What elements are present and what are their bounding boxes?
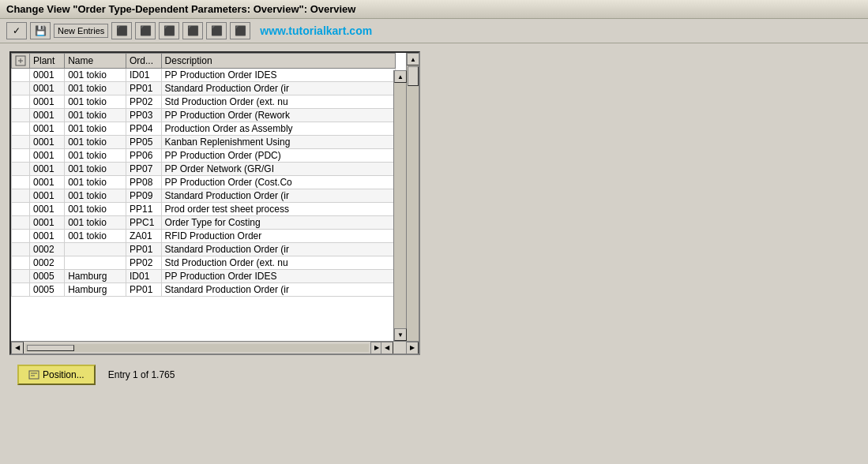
paste-btn[interactable]: ⬛ [182, 22, 203, 39]
new-entries-btn[interactable]: New Entries [54, 24, 108, 38]
row-select-cell[interactable] [12, 176, 30, 189]
row-select-cell[interactable] [12, 243, 30, 256]
row-select-cell[interactable] [12, 82, 30, 95]
copy-btn[interactable]: ⬛ [111, 22, 132, 39]
row-ord: PP02 [126, 95, 162, 109]
table-scroll-inner[interactable]: Plant Name Ord... Description 0001001 to… [11, 53, 396, 354]
row-select-cell[interactable] [12, 95, 30, 109]
position-btn-label: Position... [43, 369, 85, 380]
table-row[interactable]: 0001001 tokioPP05Kanban Replenishment Us… [12, 136, 396, 149]
check-icon: ✓ [10, 24, 23, 37]
row-select-cell[interactable] [12, 149, 30, 163]
table-row[interactable]: 0001001 tokioPPC1Order Type for Costing [12, 216, 396, 230]
row-plant: 0001 [30, 189, 65, 203]
col-header-name: Name [65, 54, 126, 69]
row-name: 001 tokio [65, 216, 126, 230]
row-name: 001 tokio [65, 163, 126, 176]
data-table: Plant Name Ord... Description 0001001 to… [11, 53, 396, 297]
row-name [65, 243, 126, 256]
row-select-cell[interactable] [12, 283, 30, 297]
table-row[interactable]: 0001001 tokioZA01RFID Production Order [12, 230, 396, 243]
row-select-cell[interactable] [12, 256, 30, 270]
row-name: 001 tokio [65, 149, 126, 163]
row-ord: PP06 [126, 149, 162, 163]
row-name: 001 tokio [65, 109, 126, 122]
table-row[interactable]: 0001001 tokioPP11Prod order test sheet p… [12, 203, 396, 216]
row-desc: Order Type for Costing [161, 216, 395, 230]
row-desc: Standard Production Order (ir [161, 243, 395, 256]
scroll-up-btn[interactable]: ▲ [407, 53, 419, 65]
desc-h-left-btn[interactable]: ◀ [381, 342, 393, 354]
table-row[interactable]: 0001001 tokioPP06PP Production Order (PD… [12, 149, 396, 163]
table-row[interactable]: 0002PP01Standard Production Order (ir [12, 243, 396, 256]
horizontal-scrollbar[interactable]: ◀ ▶ [11, 341, 383, 354]
table-row[interactable]: 0005HamburgPP01Standard Production Order… [12, 283, 396, 297]
row-plant: 0001 [30, 176, 65, 189]
window-title: Change View "Order Type-Dependent Parame… [6, 3, 862, 15]
scroll-thumb[interactable] [408, 66, 419, 86]
row-select-cell[interactable] [12, 109, 30, 122]
row-ord: PP01 [126, 82, 162, 95]
table-row[interactable]: 0001001 tokioPP04Production Order as Ass… [12, 122, 396, 136]
select-all-header[interactable] [12, 54, 30, 69]
table-row[interactable]: 0001001 tokioPP09Standard Production Ord… [12, 189, 396, 203]
row-desc: PP Production Order (Rework [161, 109, 395, 122]
row-select-cell[interactable] [12, 122, 30, 136]
table-row[interactable]: 0001001 tokioPP03PP Production Order (Re… [12, 109, 396, 122]
table-row[interactable]: 0002PP02Std Production Order (ext. nu [12, 256, 396, 270]
row-select-cell[interactable] [12, 163, 30, 176]
print-icon: ⬛ [210, 24, 223, 37]
new-entries-label: New Entries [58, 26, 104, 36]
save2-icon: ⬛ [139, 24, 152, 37]
table-row[interactable]: 0005HamburgID01PP Production Order IDES [12, 270, 396, 283]
desc-scroll-down-btn[interactable]: ▼ [394, 328, 407, 341]
row-select-cell[interactable] [12, 189, 30, 203]
row-select-cell[interactable] [12, 69, 30, 82]
row-plant: 0001 [30, 122, 65, 136]
save2-btn[interactable]: ⬛ [135, 22, 156, 39]
row-plant: 0001 [30, 69, 65, 82]
row-ord: PP05 [126, 136, 162, 149]
row-desc: PP Order Network (GR/GI [161, 163, 395, 176]
row-select-cell[interactable] [12, 216, 30, 230]
row-name: 001 tokio [65, 176, 126, 189]
row-plant: 0005 [30, 283, 65, 297]
desc-h-scrollbar[interactable]: ◀ ▶ [381, 341, 419, 354]
table-row[interactable]: 0001001 tokioPP02Std Production Order (e… [12, 95, 396, 109]
h-scroll-thumb[interactable] [27, 345, 74, 351]
desc-h-right-btn[interactable]: ▶ [406, 342, 419, 354]
row-ord: ID01 [126, 69, 162, 82]
desc-scroll-up-btn[interactable]: ▲ [394, 70, 407, 83]
row-select-cell[interactable] [12, 203, 30, 216]
save-btn[interactable]: 💾 [30, 22, 51, 39]
table-row[interactable]: 0001001 tokioPP08PP Production Order (Co… [12, 176, 396, 189]
row-select-cell[interactable] [12, 136, 30, 149]
row-name: 001 tokio [65, 69, 126, 82]
undo-btn[interactable]: ⬛ [159, 22, 179, 39]
row-name: 001 tokio [65, 95, 126, 109]
desc-col-scrollbar[interactable]: ▲ ▼ [393, 70, 406, 341]
row-name: 001 tokio [65, 82, 126, 95]
h-scroll-track [25, 344, 369, 352]
check-btn[interactable]: ✓ [6, 22, 27, 39]
row-select-cell[interactable] [12, 230, 30, 243]
col-header-ord: Ord... [126, 54, 162, 69]
row-plant: 0001 [30, 163, 65, 176]
row-name [65, 256, 126, 270]
table-row[interactable]: 0001001 tokioID01PP Production Order IDE… [12, 69, 396, 82]
row-select-cell[interactable] [12, 270, 30, 283]
row-desc: PP Production Order (Cost.Co [161, 176, 395, 189]
row-desc: PP Production Order IDES [161, 270, 395, 283]
paste-icon: ⬛ [186, 24, 199, 37]
h-scroll-left-btn[interactable]: ◀ [11, 342, 24, 354]
row-name: 001 tokio [65, 136, 126, 149]
find-btn[interactable]: ⬛ [230, 22, 250, 39]
row-ord: PP03 [126, 109, 162, 122]
position-button[interactable]: Position... [17, 365, 96, 385]
status-bar: Position... Entry 1 of 1.765 [9, 365, 859, 385]
print-btn[interactable]: ⬛ [206, 22, 227, 39]
svg-rect-3 [29, 371, 39, 379]
table-row[interactable]: 0001001 tokioPP01Standard Production Ord… [12, 82, 396, 95]
table-row[interactable]: 0001001 tokioPP07PP Order Network (GR/GI [12, 163, 396, 176]
vertical-scrollbar[interactable]: ▲ ▼ [406, 53, 419, 354]
